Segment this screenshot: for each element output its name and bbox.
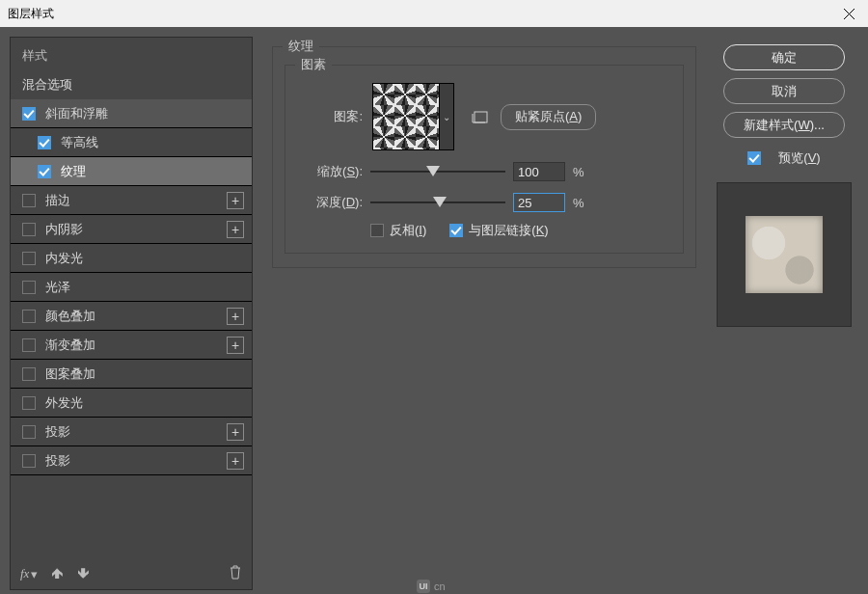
style-label: 斜面和浮雕	[45, 105, 244, 122]
checkbox-icon[interactable]	[22, 194, 36, 207]
svg-rect-2	[475, 112, 487, 122]
watermark-icon: UI	[417, 580, 430, 593]
checkbox-icon[interactable]	[22, 454, 36, 468]
link-checkbox[interactable]: 与图层链接(K)	[449, 222, 548, 239]
checkbox-icon[interactable]	[22, 281, 36, 294]
style-label: 描边	[45, 192, 227, 209]
invert-checkbox[interactable]: 反相(I)	[370, 222, 426, 239]
style-label: 投影	[45, 452, 227, 470]
preview-checkbox[interactable]: 预览(V)	[747, 149, 820, 167]
styles-footer: fx▾ 🡹 🡻	[11, 558, 252, 589]
style-label: 光泽	[45, 279, 244, 296]
scale-row: 缩放(S): %	[297, 162, 671, 181]
checkbox-icon[interactable]	[22, 367, 36, 381]
chevron-down-icon: ⌄	[443, 112, 450, 122]
snap-origin-button[interactable]: 贴紧原点(A)	[501, 104, 596, 130]
scale-unit: %	[573, 165, 584, 179]
trash-icon[interactable]	[229, 565, 242, 582]
close-button[interactable]	[829, 0, 868, 27]
move-down-icon[interactable]: 🡻	[77, 567, 90, 581]
checkbox-icon	[370, 224, 384, 237]
style-item-11[interactable]: 投影+	[11, 418, 252, 446]
fx-dropdown-icon[interactable]: ▾	[31, 567, 38, 581]
pattern-row: 图案: ⌄ 贴紧原点(A)	[297, 83, 671, 150]
window-title: 图层样式	[8, 6, 54, 22]
style-label: 图案叠加	[45, 365, 244, 383]
style-item-7[interactable]: 颜色叠加+	[11, 302, 252, 331]
checkbox-icon	[449, 224, 463, 237]
style-item-10[interactable]: 外发光	[11, 389, 252, 418]
style-item-9[interactable]: 图案叠加	[11, 360, 252, 389]
style-label: 外发光	[45, 394, 244, 412]
add-effect-icon[interactable]: +	[227, 423, 244, 441]
checkbox-icon[interactable]	[22, 223, 36, 236]
styles-panel: 样式 混合选项 斜面和浮雕等高线纹理描边+内阴影+内发光光泽颜色叠加+渐变叠加+…	[10, 37, 253, 590]
fx-menu[interactable]: fx	[20, 566, 29, 581]
pattern-label: 图案:	[297, 108, 363, 125]
style-label: 纹理	[61, 163, 244, 180]
style-label: 等高线	[61, 134, 244, 151]
checkbox-icon[interactable]	[22, 425, 36, 439]
style-item-0[interactable]: 斜面和浮雕	[11, 99, 252, 128]
style-label: 内发光	[45, 250, 244, 267]
add-effect-icon[interactable]: +	[227, 308, 244, 325]
style-item-6[interactable]: 光泽	[11, 273, 252, 302]
scale-slider[interactable]	[370, 164, 505, 179]
pattern-legend: 图素	[295, 56, 332, 73]
depth-label: 深度(D):	[297, 194, 363, 211]
new-preset-icon[interactable]	[470, 108, 491, 125]
checkbox-icon[interactable]	[22, 310, 36, 323]
option-row: 反相(I) 与图层链接(K)	[370, 222, 671, 239]
checkbox-icon[interactable]	[22, 396, 36, 410]
depth-input[interactable]	[513, 193, 565, 212]
checkbox-icon[interactable]	[38, 136, 51, 149]
style-label: 投影	[45, 423, 227, 441]
pattern-dropdown[interactable]: ⌄	[440, 83, 454, 150]
checkbox-icon[interactable]	[22, 107, 36, 121]
move-up-icon[interactable]: 🡹	[51, 567, 64, 581]
scale-label: 缩放(S):	[297, 163, 363, 180]
watermark: UI cn	[417, 580, 446, 593]
preview-swatch	[746, 216, 823, 293]
style-item-4[interactable]: 内阴影+	[11, 215, 252, 244]
pattern-fieldset: 图素 图案: ⌄ 贴紧原点(A) 缩放(S):	[285, 65, 684, 254]
add-effect-icon[interactable]: +	[227, 337, 244, 354]
scale-input[interactable]	[513, 162, 565, 181]
blending-options-row[interactable]: 混合选项	[11, 70, 252, 99]
action-panel: 确定 取消 新建样式(W)... 预览(V)	[706, 37, 860, 590]
depth-slider[interactable]	[370, 195, 505, 210]
titlebar: 图层样式	[0, 0, 868, 27]
ok-button[interactable]: 确定	[723, 44, 845, 70]
style-item-3[interactable]: 描边+	[11, 186, 252, 215]
texture-fieldset: 纹理 图素 图案: ⌄ 贴紧原点(A)	[272, 46, 696, 268]
style-item-1[interactable]: 等高线	[11, 128, 252, 157]
style-item-12[interactable]: 投影+	[11, 446, 252, 475]
checkbox-icon[interactable]	[38, 165, 51, 178]
checkbox-icon[interactable]	[22, 338, 36, 352]
add-effect-icon[interactable]: +	[227, 192, 244, 209]
checkbox-icon[interactable]	[22, 252, 36, 265]
blending-label: 混合选项	[22, 76, 244, 94]
add-effect-icon[interactable]: +	[227, 221, 244, 238]
dialog-content: 样式 混合选项 斜面和浮雕等高线纹理描边+内阴影+内发光光泽颜色叠加+渐变叠加+…	[0, 27, 868, 594]
depth-unit: %	[573, 196, 584, 210]
style-item-5[interactable]: 内发光	[11, 244, 252, 273]
pattern-swatch[interactable]	[372, 83, 440, 150]
style-label: 内阴影	[45, 221, 227, 238]
options-panel: 纹理 图素 图案: ⌄ 贴紧原点(A)	[253, 37, 706, 590]
texture-legend: 纹理	[283, 38, 319, 55]
checkbox-icon	[747, 151, 761, 165]
new-style-button[interactable]: 新建样式(W)...	[723, 112, 845, 138]
cancel-button[interactable]: 取消	[723, 78, 845, 104]
preview-box	[717, 182, 852, 327]
add-effect-icon[interactable]: +	[227, 452, 244, 470]
style-label: 渐变叠加	[45, 337, 227, 354]
style-label: 颜色叠加	[45, 308, 227, 325]
style-item-2[interactable]: 纹理	[11, 157, 252, 186]
styles-heading[interactable]: 样式	[11, 38, 252, 70]
depth-row: 深度(D): %	[297, 193, 671, 212]
style-item-8[interactable]: 渐变叠加+	[11, 331, 252, 360]
